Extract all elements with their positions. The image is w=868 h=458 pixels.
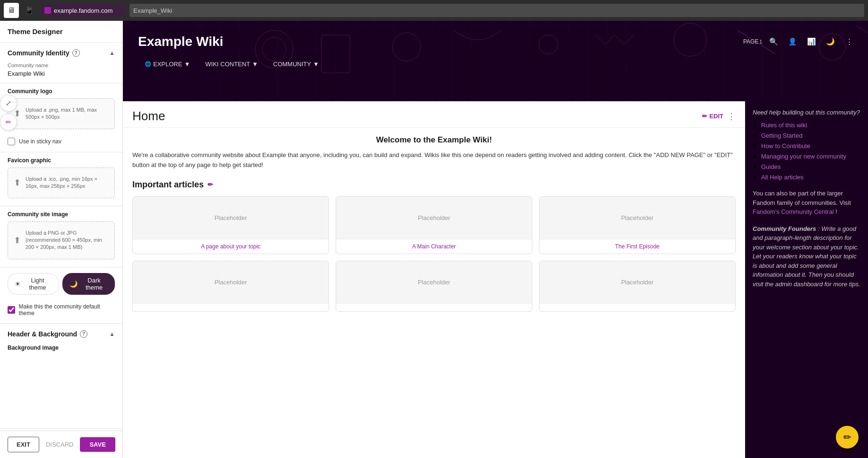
preview-area: Example Wiki 🌐 EXPLORE ▼ WIKI CONTENT ▼ … [123, 21, 868, 458]
article-label-3[interactable]: The First Episode [539, 239, 735, 254]
community-central-link[interactable]: Fandom's Community Central [753, 208, 834, 215]
dark-theme-button[interactable]: 🌙 Dark theme [62, 273, 115, 295]
default-theme-checkbox-row: Make this the community default theme [0, 300, 122, 321]
managing-link[interactable]: Managing your new community [761, 153, 846, 160]
default-theme-label: Make this the community default theme [19, 303, 115, 317]
save-button[interactable]: SAVE [80, 437, 115, 452]
sticky-nav-checkbox-row: Use in sticky nav [0, 135, 122, 150]
article-card-2[interactable]: Placeholder A Main Character [336, 196, 532, 254]
sidebar: Theme Designer Community Identity ? ▲ Co… [0, 21, 123, 458]
wiki-body: Welcome to the Example Wiki! We're a col… [123, 128, 745, 329]
list-item: Getting Started [761, 131, 860, 140]
article-label-4 [133, 304, 329, 311]
article-card-1[interactable]: Placeholder A page about your topic [132, 196, 329, 254]
sidebar-title: Theme Designer [0, 21, 122, 40]
community-logo-label: Community logo [0, 85, 122, 97]
header-background-header[interactable]: Header & Background ? ▲ [0, 326, 122, 342]
header-background-help-icon[interactable]: ? [80, 330, 87, 338]
article-thumb-3: Placeholder [539, 197, 735, 239]
mobile-icon[interactable]: 📱 [22, 3, 37, 18]
wiki-nav: 🌐 EXPLORE ▼ WIKI CONTENT ▼ COMMUNITY ▼ [138, 57, 853, 71]
articles-grid: Placeholder A page about your topic Plac… [132, 196, 736, 312]
article-card-6[interactable]: Placeholder [539, 261, 736, 312]
light-theme-label: Light theme [24, 277, 52, 291]
list-item: Guides [761, 162, 860, 171]
wiki-intro: We're a collaborative community website … [132, 150, 736, 170]
nav-explore[interactable]: 🌐 EXPLORE ▼ [138, 57, 197, 71]
tab-input[interactable] [130, 4, 864, 17]
guides-link[interactable]: Guides [761, 163, 781, 170]
sticky-nav-checkbox[interactable] [8, 138, 15, 145]
community-identity-header[interactable]: Community Identity ? ▲ [0, 44, 122, 61]
nav-wiki-content[interactable]: WIKI CONTENT ▼ [199, 57, 264, 71]
rules-link[interactable]: Rules of this wiki [761, 122, 807, 129]
help-articles-link[interactable]: All Help articles [761, 174, 804, 181]
list-item: How to Contribute [761, 141, 860, 150]
light-theme-button[interactable]: ☀ Light theme [8, 273, 59, 295]
community-name-label: Community name [0, 61, 122, 70]
desktop-icon[interactable]: 🖥 [4, 3, 19, 18]
article-card-5[interactable]: Placeholder [336, 261, 532, 312]
logo-upload-text: Upload a .png, max 1 MB, max 500px × 500… [26, 106, 109, 121]
article-label-2[interactable]: A Main Character [336, 239, 532, 254]
favicon-upload-box[interactable]: ⬆ Upload a .ico, .png, min 16px × 16px, … [8, 167, 115, 198]
header-background-chevron: ▲ [109, 331, 115, 337]
article-thumb-4: Placeholder [133, 261, 329, 304]
explore-icon: 🌐 [145, 61, 151, 67]
wiki-more-button[interactable]: ⋮ [727, 111, 736, 122]
wiki-header: Example Wiki 🌐 EXPLORE ▼ WIKI CONTENT ▼ … [123, 21, 868, 101]
logo-upload-box[interactable]: ⬆ Upload a .png, max 1 MB, max 500px × 5… [8, 98, 115, 129]
article-thumb-6: Placeholder [539, 261, 735, 304]
fab-button[interactable]: ✏ [836, 426, 859, 449]
top-bar: 🖥 📱 example.fandom.com [0, 0, 868, 21]
nav-community[interactable]: COMMUNITY ▼ [267, 57, 326, 71]
wiki-title: Example Wiki [138, 34, 853, 49]
article-thumb-2: Placeholder [336, 197, 532, 239]
theme-buttons: ☀ Light theme 🌙 Dark theme [0, 269, 122, 300]
discard-button[interactable]: DISCARD [39, 437, 80, 452]
founders-label: Community Founders [753, 225, 816, 232]
article-label-1[interactable]: A page about your topic [133, 239, 329, 254]
default-theme-checkbox[interactable] [8, 306, 15, 314]
community-identity-title: Community Identity [8, 49, 69, 57]
dark-theme-icon: 🌙 [69, 280, 78, 288]
articles-edit-icon[interactable]: ✏ [208, 181, 213, 188]
favicon-upload-text: Upload a .ico, .png, min 16px × 16px, ma… [26, 176, 109, 190]
article-label-5 [336, 304, 532, 311]
contribute-link[interactable]: How to Contribute [761, 142, 810, 150]
device-toggle: 🖥 📱 [4, 3, 37, 18]
header-background-title: Header & Background [8, 330, 77, 338]
wiki-header-content: Example Wiki 🌐 EXPLORE ▼ WIKI CONTENT ▼ … [123, 21, 868, 71]
url-text: example.fandom.com [54, 7, 113, 14]
wiki-content: ⤢ ✏ Home ✏ EDIT ⋮ Welcome to the Ex [123, 101, 868, 458]
list-item: Rules of this wiki [761, 121, 860, 129]
founders-text: Community Founders : Write a good and pa… [753, 224, 860, 289]
main-layout: Theme Designer Community Identity ? ▲ Co… [0, 21, 868, 458]
articles-header: Important articles ✏ [132, 180, 736, 190]
bottom-bar: EXIT DISCARD SAVE [0, 431, 122, 458]
wiki-links-list: Rules of this wiki Getting Started How t… [753, 121, 860, 181]
site-image-upload-box[interactable]: ⬆ Upload a PNG or JPG (recommended 600 ×… [8, 221, 115, 259]
site-image-upload-icon: ⬆ [14, 235, 21, 246]
wiki-right-panel: Need help building out this community? R… [745, 101, 868, 458]
need-help-text: Need help building out this community? [753, 109, 860, 116]
wiki-page-title: Home [132, 109, 165, 123]
wiki-edit-bar: ✏ EDIT ⋮ [702, 111, 736, 122]
edit-pencil-icon: ✏ [702, 113, 707, 120]
getting-started-link[interactable]: Getting Started [761, 132, 802, 139]
wiki-welcome: Welcome to the Example Wiki! [132, 135, 736, 145]
article-card-3[interactable]: Placeholder The First Episode [539, 196, 736, 254]
site-image-upload-text: Upload a PNG or JPG (recommended 600 × 4… [26, 229, 109, 251]
article-card-4[interactable]: Placeholder [132, 261, 329, 312]
edit-button[interactable]: ✏ EDIT [702, 113, 723, 120]
dark-theme-label: Dark theme [80, 277, 108, 291]
site-image-label: Community site image [0, 208, 122, 220]
exit-button[interactable]: EXIT [8, 437, 39, 452]
community-identity-chevron: ▲ [109, 50, 115, 56]
article-thumb-5: Placeholder [336, 261, 532, 304]
bg-image-label: Background image [0, 342, 122, 353]
list-item: Managing your new community [761, 152, 860, 160]
favicon-upload-icon: ⬆ [14, 177, 21, 188]
community-identity-help-icon[interactable]: ? [72, 49, 80, 57]
list-item: All Help articles [761, 173, 860, 181]
